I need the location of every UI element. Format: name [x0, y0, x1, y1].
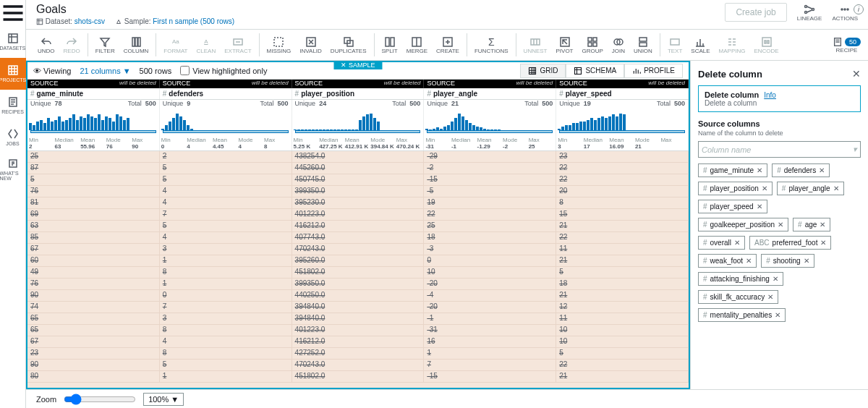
column-chip-weak_foot[interactable]: #weak_foot✕ [698, 254, 757, 268]
tab-schema[interactable]: SCHEMA [566, 64, 624, 78]
remove-chip-icon[interactable]: ✕ [775, 311, 780, 319]
data-cell[interactable]: 427252.0 [292, 348, 425, 359]
data-cell[interactable]: 4 [160, 232, 292, 243]
column-chip-age[interactable]: #age✕ [793, 218, 830, 231]
missing-button[interactable]: MISSING [263, 30, 296, 59]
filter-button[interactable]: FILTER [91, 30, 119, 59]
data-cell[interactable]: 7 [160, 209, 292, 220]
data-cell[interactable]: 90 [27, 290, 160, 301]
col-name-player_position[interactable]: #player_position [292, 88, 425, 99]
data-cell[interactable]: -20 [424, 302, 556, 313]
col-range[interactable] [292, 130, 425, 136]
data-cell[interactable]: 5 [556, 267, 689, 278]
data-cell[interactable]: 22 [556, 232, 689, 243]
data-cell[interactable]: 395230.0 [292, 197, 425, 208]
column-button[interactable]: COLUMN [119, 30, 153, 59]
data-cell[interactable]: 416212.0 [292, 221, 425, 231]
column-chip-shooting[interactable]: #shooting✕ [761, 254, 814, 268]
col-range[interactable] [160, 130, 292, 136]
data-cell[interactable]: 69 [27, 209, 160, 220]
data-cell[interactable]: 21 [556, 221, 689, 231]
data-cell[interactable]: 8 [160, 348, 292, 359]
data-cell[interactable]: 22 [424, 209, 556, 220]
data-cell[interactable]: 80 [27, 371, 160, 382]
data-cell[interactable]: 7 [160, 302, 292, 313]
data-cell[interactable]: 10 [556, 325, 689, 336]
data-cell[interactable]: 5 [160, 360, 292, 370]
data-cell[interactable]: 15 [556, 209, 689, 220]
scale-button[interactable]: SCALE [686, 30, 714, 59]
data-cell[interactable]: -4 [424, 290, 556, 301]
data-cell[interactable]: 25 [27, 151, 160, 162]
encode-button[interactable]: ENCODE [749, 30, 783, 59]
data-cell[interactable]: 2 [160, 151, 292, 162]
data-cell[interactable]: 407743.0 [292, 232, 425, 243]
column-chip-player_position[interactable]: #player_position✕ [698, 182, 773, 195]
data-cell[interactable]: 445260.0 [292, 163, 425, 174]
data-cell[interactable]: 438254.0 [292, 151, 425, 162]
data-cell[interactable]: 1 [160, 279, 292, 289]
data-cell[interactable]: 401223.0 [292, 325, 425, 336]
data-cell[interactable]: 5 [160, 174, 292, 185]
split-button[interactable]: SPLIT [378, 30, 402, 59]
tab-grid[interactable]: GRID [520, 64, 566, 78]
mapping-button[interactable]: MAPPING [715, 30, 750, 59]
highlighted-toggle[interactable]: View highlighted only [180, 66, 267, 75]
column-chip-overall[interactable]: #overall✕ [698, 236, 745, 250]
data-cell[interactable]: 5 [160, 163, 292, 174]
data-cell[interactable]: 8 [556, 197, 689, 208]
remove-chip-icon[interactable]: ✕ [819, 166, 825, 174]
data-cell[interactable]: 11 [556, 313, 689, 324]
data-cell[interactable]: -1 [424, 313, 556, 324]
remove-chip-icon[interactable]: ✕ [757, 203, 762, 211]
data-cell[interactable]: 20 [556, 186, 689, 197]
data-cell[interactable]: 4 [160, 336, 292, 347]
col-name-defenders[interactable]: #defenders [160, 88, 292, 99]
data-cell[interactable]: 23 [556, 151, 689, 162]
data-cell[interactable]: 1 [424, 348, 556, 359]
tab-profile[interactable]: PROFILE [624, 64, 683, 78]
data-cell[interactable]: 5 [160, 221, 292, 231]
create-button[interactable]: CREATE [432, 30, 464, 59]
zoom-select[interactable]: 100% ▼ [143, 393, 184, 406]
data-cell[interactable]: 470243.0 [292, 360, 425, 370]
data-cell[interactable]: 74 [27, 302, 160, 313]
remove-chip-icon[interactable]: ✕ [734, 239, 740, 247]
format-button[interactable]: AaFORMAT [159, 30, 192, 59]
data-cell[interactable]: 440250.0 [292, 290, 425, 301]
data-cell[interactable]: 394840.0 [292, 313, 425, 324]
col-range[interactable] [424, 130, 556, 136]
data-cell[interactable]: 8 [160, 267, 292, 278]
data-cell[interactable]: 401223.0 [292, 209, 425, 220]
data-cell[interactable]: -2 [424, 163, 556, 174]
merge-button[interactable]: MERGE [402, 30, 432, 59]
remove-chip-icon[interactable]: ✕ [820, 239, 826, 247]
remove-chip-icon[interactable]: ✕ [773, 275, 778, 283]
data-cell[interactable]: 76 [27, 186, 160, 197]
data-cell[interactable]: 10 [424, 267, 556, 278]
column-chip-player_speed[interactable]: #player_speed✕ [698, 200, 767, 213]
invalid-button[interactable]: INVALID [295, 30, 326, 59]
col-name-player_angle[interactable]: #player_angle [424, 88, 556, 99]
data-cell[interactable]: 399350.0 [292, 279, 425, 289]
data-cell[interactable]: 450745.0 [292, 174, 425, 185]
data-cell[interactable]: 21 [556, 290, 689, 301]
nav-projects[interactable]: PROJECTS [0, 58, 26, 90]
data-cell[interactable]: 7 [424, 360, 556, 370]
data-cell[interactable]: 5 [27, 174, 160, 185]
data-cell[interactable]: 67 [27, 244, 160, 255]
nav-whatsnew[interactable]: WHAT'S NEW [0, 153, 26, 185]
data-cell[interactable]: -3 [424, 244, 556, 255]
nav-recipes[interactable]: RECIPES [0, 90, 26, 122]
data-cell[interactable]: 8 [160, 325, 292, 336]
data-cell[interactable]: 19 [424, 197, 556, 208]
col-range[interactable] [27, 130, 160, 136]
data-cell[interactable]: 23 [27, 348, 160, 359]
data-cell[interactable]: -15 [424, 174, 556, 185]
dataset-link[interactable]: shots-csv [75, 17, 105, 25]
data-cell[interactable]: 5 [556, 348, 689, 359]
text-button[interactable]: TEXT [663, 30, 686, 59]
nav-jobs[interactable]: JOBS [0, 122, 26, 153]
data-cell[interactable]: -29 [424, 151, 556, 162]
data-cell[interactable]: 21 [556, 371, 689, 382]
